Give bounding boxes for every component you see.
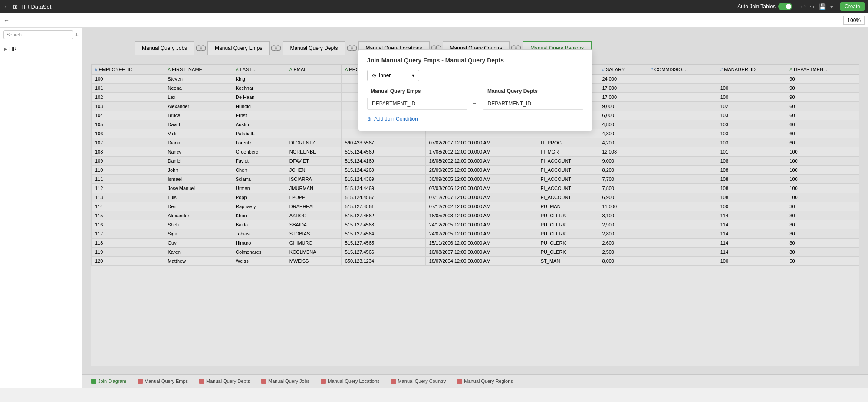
back-icon[interactable]: ← <box>3 3 10 10</box>
sidebar-search-area: + <box>0 28 82 42</box>
zoom-control[interactable]: 100% <box>843 16 865 25</box>
add-icon[interactable]: + <box>75 31 79 38</box>
canvas-area: Manual Query Jobs Manual Query Emps Manu… <box>82 28 868 388</box>
join-type-icon: ⊙ <box>372 72 376 78</box>
auto-join-toggle-area: Auto Join Tables <box>737 3 792 10</box>
sidebar: + ▶ HR <box>0 28 82 388</box>
title-bar: ← ⊞ HR DataSet Auto Join Tables ↩ ↪ 💾 ▾ … <box>0 0 868 13</box>
tree-item-hr[interactable]: ▶ HR <box>3 45 79 53</box>
auto-join-toggle[interactable] <box>778 3 792 10</box>
app-title: HR DataSet <box>21 3 734 10</box>
join-condition-row-0: DEPARTMENT_ID =. DEPARTMENT_ID <box>367 98 583 110</box>
redo-icon[interactable]: ↪ <box>810 3 815 10</box>
join-left-table-label: Manual Query Emps <box>367 88 467 94</box>
join-modal: Join Manual Query Emps - Manual Query De… <box>358 49 592 131</box>
join-modal-overlay: Join Manual Query Emps - Manual Query De… <box>82 28 868 388</box>
join-right-table-label: Manual Query Depts <box>484 88 583 94</box>
back2-icon[interactable]: ← <box>3 17 10 24</box>
save-icon[interactable]: 💾 <box>819 3 826 10</box>
join-type-label: Inner <box>379 72 391 78</box>
tree-item-label: HR <box>9 46 16 52</box>
join-columns-header: Manual Query Emps Manual Query Depts <box>367 88 583 94</box>
join-modal-title: Join Manual Query Emps - Manual Query De… <box>367 57 583 64</box>
join-type-select[interactable]: ⊙ Inner ▾ <box>367 70 419 81</box>
join-type-row: ⊙ Inner ▾ <box>367 70 583 81</box>
join-right-field-0[interactable]: DEPARTMENT_ID <box>483 98 583 110</box>
dataset-icon: ⊞ <box>13 3 18 10</box>
add-condition-label: Add Join Condition <box>374 116 418 122</box>
main-layout: + ▶ HR Manual Query Jobs <box>0 28 868 388</box>
search-input[interactable] <box>3 30 73 39</box>
dropdown-icon[interactable]: ▾ <box>830 3 833 10</box>
join-left-field-0[interactable]: DEPARTMENT_ID <box>367 98 467 110</box>
create-button[interactable]: Create <box>840 2 865 11</box>
second-bar: ← 100% <box>0 13 868 28</box>
undo-icon[interactable]: ↩ <box>801 3 806 10</box>
auto-join-label: Auto Join Tables <box>737 3 776 10</box>
toolbar-icons: ↩ ↪ 💾 ▾ <box>801 3 833 10</box>
add-condition-icon: ⊕ <box>367 116 372 122</box>
join-operator-0: =. <box>471 101 479 107</box>
add-condition-button[interactable]: ⊕ Add Join Condition <box>367 114 583 124</box>
tree-arrow-icon: ▶ <box>4 47 7 51</box>
sidebar-tree: ▶ HR <box>0 42 82 56</box>
join-type-chevron: ▾ <box>412 72 414 78</box>
